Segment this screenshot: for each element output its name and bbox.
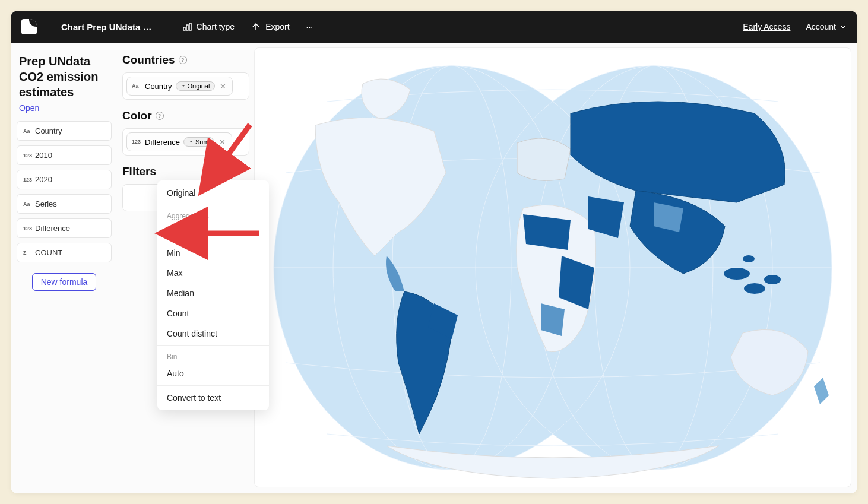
dd-item-original[interactable]: Original: [157, 183, 269, 203]
svg-point-14: [764, 275, 781, 284]
remove-chip-button[interactable]: ✕: [218, 82, 227, 91]
remove-chip-button[interactable]: ✕: [218, 138, 227, 147]
chart-canvas[interactable]: [254, 47, 851, 487]
svg-point-13: [744, 283, 765, 294]
dd-header-bin: Bin: [157, 348, 269, 363]
filters-section-label: Filters: [122, 165, 249, 178]
open-link[interactable]: Open: [17, 103, 112, 113]
field-list: Aa Country 123 2010 123 2020 Aa Series 1…: [17, 121, 112, 262]
share-icon: [251, 22, 261, 31]
dd-item-convert[interactable]: Convert to text: [157, 388, 269, 408]
field-2020[interactable]: 123 2020: [17, 170, 112, 189]
agg-badge-sum[interactable]: Sum: [183, 137, 214, 147]
type-text-icon: Aa: [23, 128, 31, 134]
color-label-text: Color: [122, 109, 152, 122]
svg-rect-2: [189, 23, 191, 30]
field-label: Country: [35, 126, 62, 135]
more-button[interactable]: ···: [300, 18, 319, 35]
info-icon[interactable]: ?: [156, 112, 164, 120]
divider: [157, 345, 269, 346]
chart-type-label: Chart type: [197, 22, 235, 31]
chart-type-button[interactable]: Chart type: [176, 18, 241, 35]
chevron-down-icon: [181, 84, 186, 88]
dd-item-count[interactable]: Count: [157, 303, 269, 324]
export-button[interactable]: Export: [245, 18, 295, 35]
type-number-icon: 123: [23, 226, 31, 232]
field-label: Series: [35, 199, 57, 208]
dd-item-auto[interactable]: Auto: [157, 363, 269, 383]
dd-item-sum[interactable]: Sum: [157, 223, 269, 243]
svg-rect-0: [183, 27, 185, 30]
export-label: Export: [265, 22, 289, 31]
aggregation-dropdown: Original Aggregations Sum Min Max Median…: [157, 180, 269, 410]
color-section-label: Color ?: [122, 109, 249, 122]
agg-label: Sum: [195, 138, 209, 145]
chevron-down-icon: [189, 140, 194, 144]
chart-icon: [182, 22, 192, 31]
dd-header-aggregations: Aggregations: [157, 207, 269, 223]
fields-sidebar: Prep UNdata CO2 emission estimates Open …: [11, 43, 118, 493]
filters-label-text: Filters: [122, 165, 156, 178]
color-drop-zone[interactable]: 123 Difference Sum ✕: [122, 128, 249, 156]
document-title[interactable]: Chart Prep UNdata …: [61, 22, 152, 32]
logo-icon[interactable]: [21, 19, 37, 34]
agg-label: Original: [188, 83, 210, 90]
info-icon[interactable]: ?: [179, 56, 187, 64]
divider: [49, 18, 49, 35]
app-window: Chart Prep UNdata … Chart type Export ··…: [11, 11, 857, 493]
field-difference[interactable]: 123 Difference: [17, 218, 112, 238]
countries-drop-zone[interactable]: Aa Country Original ✕: [122, 72, 249, 100]
field-label: 2010: [35, 151, 52, 160]
account-menu[interactable]: Account: [806, 22, 847, 31]
chevron-down-icon: [840, 23, 847, 30]
ellipsis-icon: ···: [306, 22, 313, 31]
type-text-icon: Aa: [132, 83, 140, 89]
new-formula-button[interactable]: New formula: [32, 273, 97, 291]
field-label: 2020: [35, 175, 52, 184]
chip-name: Difference: [145, 138, 180, 147]
agg-badge-original[interactable]: Original: [176, 81, 216, 91]
world-map: [255, 48, 851, 487]
dd-item-max[interactable]: Max: [157, 263, 269, 283]
doc-title: Prep UNdata CO2 emission estimates: [17, 53, 112, 100]
dd-item-min[interactable]: Min: [157, 243, 269, 263]
field-label: COUNT: [35, 248, 62, 257]
countries-chip[interactable]: Aa Country Original ✕: [126, 77, 233, 96]
type-sigma-icon: Σ: [23, 250, 31, 256]
field-2010[interactable]: 123 2010: [17, 145, 112, 165]
svg-rect-1: [186, 25, 188, 30]
countries-section-label: Countries ?: [122, 53, 249, 66]
type-number-icon: 123: [132, 139, 140, 145]
type-number-icon: 123: [23, 153, 31, 159]
field-series[interactable]: Aa Series: [17, 194, 112, 214]
type-text-icon: Aa: [23, 201, 31, 207]
color-chip[interactable]: 123 Difference Sum ✕: [126, 132, 232, 151]
field-label: Difference: [35, 224, 70, 233]
top-bar: Chart Prep UNdata … Chart type Export ··…: [11, 11, 857, 43]
chip-name: Country: [145, 82, 172, 91]
type-number-icon: 123: [23, 177, 31, 183]
divider: [164, 18, 164, 35]
divider: [157, 205, 269, 205]
early-access-link[interactable]: Early Access: [743, 22, 790, 31]
dd-item-count-distinct[interactable]: Count distinct: [157, 324, 269, 344]
field-country[interactable]: Aa Country: [17, 121, 112, 141]
dd-item-median[interactable]: Median: [157, 283, 269, 303]
svg-point-15: [743, 255, 755, 262]
field-count[interactable]: Σ COUNT: [17, 243, 112, 262]
svg-point-12: [724, 268, 750, 280]
account-label: Account: [806, 22, 836, 31]
countries-label-text: Countries: [122, 53, 175, 66]
main-area: Prep UNdata CO2 emission estimates Open …: [11, 43, 857, 493]
divider: [157, 385, 269, 386]
